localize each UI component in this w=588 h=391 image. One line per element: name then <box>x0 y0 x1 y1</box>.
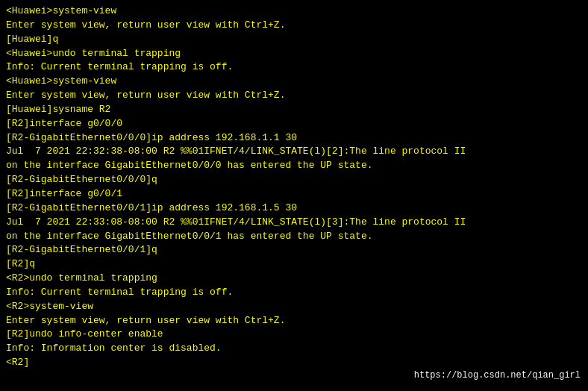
terminal-line: Info: Current terminal trapping is off. <box>6 286 582 300</box>
terminal-line: <R2>system-view <box>6 300 582 314</box>
terminal-line: [R2-GigabitEthernet0/0/1]ip address 192.… <box>6 201 582 216</box>
terminal-line: [Huawei]q <box>6 33 582 47</box>
terminal-line: Info: Information center is disabled. <box>6 342 582 356</box>
terminal-output: <Huawei>system-viewEnter system view, re… <box>6 4 582 370</box>
terminal-line: [R2]undo info-center enable <box>6 328 582 342</box>
terminal-line: [R2-GigabitEthernet0/0/0]ip address 192.… <box>6 131 582 146</box>
terminal-line: Enter system view, return user view with… <box>6 89 582 103</box>
watermark: https://blog.csdn.net/qian_girl <box>414 370 581 381</box>
terminal-line: Enter system view, return user view with… <box>6 314 582 328</box>
terminal-line: on the interface GigabitEthernet0/0/1 ha… <box>6 230 582 244</box>
terminal-line: [R2-GigabitEthernet0/0/1]q <box>6 243 582 257</box>
terminal-line: [R2]q <box>6 257 582 272</box>
terminal-line: [R2-GigabitEthernet0/0/0]q <box>6 173 582 187</box>
terminal-line: <Huawei>system-view <box>6 75 582 89</box>
terminal-line: Info: Current terminal trapping is off. <box>6 60 582 75</box>
terminal-line: on the interface GigabitEthernet0/0/0 ha… <box>6 159 582 173</box>
terminal-window[interactable]: <Huawei>system-viewEnter system view, re… <box>0 0 588 391</box>
terminal-line: Enter system view, return user view with… <box>6 19 582 33</box>
terminal-line: [R2]interface g0/0/0 <box>6 117 582 131</box>
terminal-line: Jul 7 2021 22:33:08-08:00 R2 %%01IFNET/4… <box>6 216 582 230</box>
terminal-line: <Huawei>undo terminal trapping <box>6 47 582 61</box>
terminal-line: [Huawei]sysname R2 <box>6 103 582 117</box>
terminal-line: <R2] <box>6 356 582 370</box>
terminal-line: <R2>undo terminal trapping <box>6 272 582 286</box>
terminal-line: <Huawei>system-view <box>6 4 582 19</box>
terminal-line: Jul 7 2021 22:32:38-08:00 R2 %%01IFNET/4… <box>6 145 582 159</box>
terminal-line: [R2]interface g0/0/1 <box>6 187 582 201</box>
